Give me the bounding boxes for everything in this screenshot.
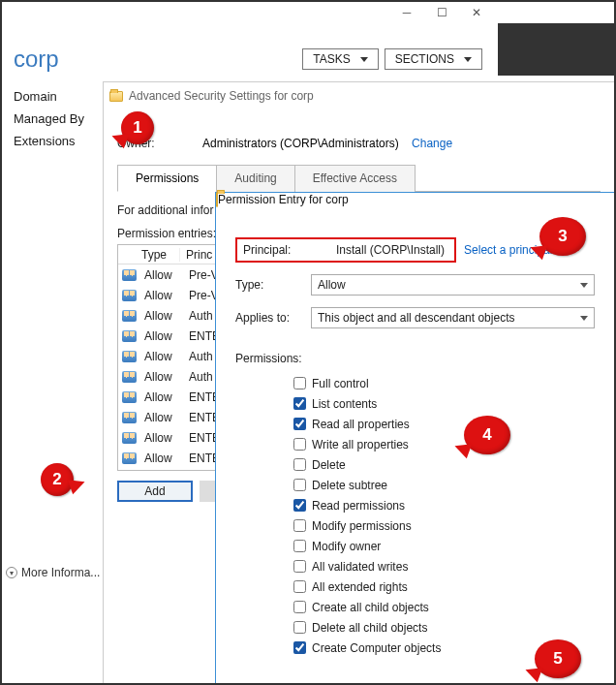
people-icon	[122, 290, 137, 301]
tab-auditing[interactable]: Auditing	[216, 165, 294, 192]
advanced-security-titlebar: Advanced Security Settings for corp	[104, 82, 614, 109]
permission-item[interactable]: Read all properties	[293, 414, 601, 434]
tasks-label: TASKS	[313, 52, 350, 66]
close-button[interactable]: ✕	[459, 3, 494, 22]
sections-label: SECTIONS	[395, 52, 454, 66]
principal-value: Install (CORP\Install)	[336, 243, 445, 257]
permission-item[interactable]: Write all properties	[293, 434, 601, 454]
row-type: Allow	[139, 411, 183, 424]
callout-1: 1	[121, 111, 154, 144]
col-type: Type	[136, 248, 180, 262]
permission-checkbox[interactable]	[293, 560, 306, 573]
permission-checkbox[interactable]	[293, 438, 306, 451]
applies-value: This object and all descendant objects	[318, 311, 514, 325]
permission-checkbox[interactable]	[293, 499, 306, 512]
permission-checkbox[interactable]	[293, 397, 306, 410]
adv-tabs: Permissions Auditing Effective Access	[117, 164, 601, 192]
tab-permissions[interactable]: Permissions	[117, 165, 217, 192]
permissions-list: Full controlList contentsRead all proper…	[235, 373, 601, 658]
people-icon	[122, 452, 137, 464]
permission-item[interactable]: Delete subtree	[293, 475, 601, 495]
chevron-down-icon	[360, 57, 368, 62]
applies-select[interactable]: This object and all descendant objects	[311, 307, 595, 328]
people-icon	[122, 371, 137, 383]
permission-item[interactable]: Modify owner	[293, 536, 601, 556]
people-icon	[122, 432, 137, 444]
row-type: Allow	[139, 370, 183, 384]
permission-checkbox[interactable]	[293, 601, 306, 613]
permission-checkbox[interactable]	[293, 580, 306, 593]
type-select[interactable]: Allow	[311, 274, 595, 296]
row-type: Allow	[139, 329, 183, 343]
permission-label: Read permissions	[312, 499, 405, 513]
permission-item[interactable]: Read permissions	[293, 495, 601, 515]
permission-label: All extended rights	[312, 580, 408, 594]
people-icon	[122, 269, 137, 281]
chevron-down-icon	[464, 57, 472, 62]
permission-label: Read all properties	[312, 418, 410, 431]
type-label: Type:	[235, 278, 311, 292]
permission-label: Create all child objects	[312, 601, 429, 614]
chevron-down-icon	[580, 283, 588, 288]
advanced-security-title: Advanced Security Settings for corp	[129, 89, 314, 103]
chevron-down-icon	[580, 316, 588, 321]
callout-3: 3	[539, 217, 586, 256]
sections-dropdown[interactable]: SECTIONS	[385, 48, 482, 70]
folder-icon	[216, 192, 218, 207]
row-type: Allow	[139, 350, 183, 363]
tab-effective-access[interactable]: Effective Access	[294, 165, 416, 192]
principal-label: Principal:	[243, 243, 319, 257]
owner-value: Administrators (CORP\Administrators)	[202, 137, 399, 150]
change-owner-link[interactable]: Change	[412, 137, 452, 150]
permission-label: Write all properties	[312, 438, 409, 451]
left-nav: Domain Managed By Extensions ▾ More Info…	[2, 81, 103, 156]
permission-label: Delete	[312, 458, 346, 472]
more-information-expander[interactable]: ▾ More Informa...	[6, 566, 100, 579]
owner-row: Owner: Administrators (CORP\Administrato…	[117, 121, 601, 164]
permission-item[interactable]: Full control	[293, 373, 601, 393]
folder-icon	[109, 91, 123, 102]
permission-checkbox[interactable]	[293, 519, 306, 532]
permission-entry-title: Permission Entry for corp	[218, 193, 349, 206]
permission-item[interactable]: Create all child objects	[293, 597, 601, 617]
callout-5: 5	[535, 639, 581, 678]
permission-item[interactable]: Delete	[293, 454, 601, 475]
permission-label: Create Computer objects	[312, 641, 441, 655]
permission-label: Modify owner	[312, 540, 381, 553]
nav-item-managed-by[interactable]: Managed By	[2, 108, 103, 130]
permission-item[interactable]: All validated writes	[293, 556, 601, 576]
people-icon	[122, 391, 137, 403]
callout-4: 4	[464, 416, 510, 454]
permission-item[interactable]: All extended rights	[293, 576, 601, 597]
permission-item[interactable]: Delete all child objects	[293, 617, 601, 638]
permission-checkbox[interactable]	[293, 621, 306, 634]
maximize-button[interactable]: ☐	[424, 3, 459, 22]
applies-row: Applies to: This object and all descenda…	[235, 307, 601, 328]
nav-item-domain[interactable]: Domain	[2, 85, 103, 108]
permission-checkbox[interactable]	[293, 641, 306, 654]
tasks-dropdown[interactable]: TASKS	[302, 48, 378, 70]
permission-label: Full control	[312, 377, 369, 390]
row-type: Allow	[139, 289, 183, 302]
permission-item[interactable]: List contents	[293, 393, 601, 414]
window-controls: ─ ☐ ✕	[2, 2, 494, 23]
minimize-button[interactable]: ─	[389, 3, 424, 22]
row-type: Allow	[139, 451, 183, 465]
nav-item-extensions[interactable]: Extensions	[2, 130, 103, 152]
permission-checkbox[interactable]	[293, 479, 306, 491]
domain-title: corp	[14, 46, 59, 73]
applies-label: Applies to:	[235, 311, 311, 325]
people-icon	[122, 310, 137, 322]
permission-checkbox[interactable]	[293, 540, 306, 552]
callout-2: 2	[41, 463, 74, 496]
permission-checkbox[interactable]	[293, 458, 306, 471]
permission-checkbox[interactable]	[293, 377, 306, 389]
permission-label: Modify permissions	[312, 519, 412, 533]
type-value: Allow	[318, 278, 346, 292]
row-type: Allow	[139, 268, 183, 282]
permission-item[interactable]: Modify permissions	[293, 515, 601, 536]
row-type: Allow	[139, 431, 183, 445]
permission-checkbox[interactable]	[293, 418, 306, 430]
add-button[interactable]: Add	[117, 481, 193, 502]
permission-entry-titlebar: Permission Entry for corp	[216, 193, 614, 220]
